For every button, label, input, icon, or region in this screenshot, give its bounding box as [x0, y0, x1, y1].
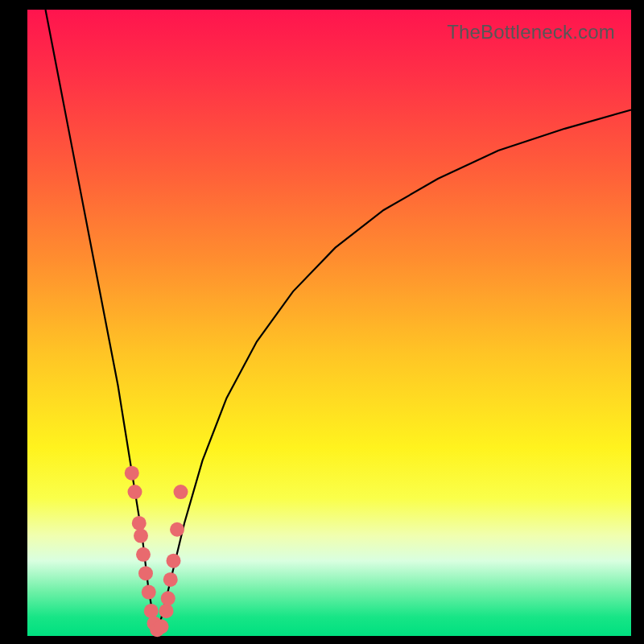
valley-dot: [142, 585, 156, 600]
valley-dot: [167, 554, 181, 568]
plot-area: TheBottleneck.com: [27, 10, 631, 636]
valley-dot: [161, 591, 175, 605]
chart-overlay: [27, 10, 631, 636]
valley-dot: [144, 604, 159, 618]
valley-dot: [138, 566, 153, 580]
valley-dot: [170, 522, 184, 537]
valley-dot: [159, 604, 174, 618]
curve-right-branch: [157, 109, 631, 633]
valley-dot: [136, 547, 151, 562]
valley-dot: [128, 485, 142, 499]
valley-dot: [132, 516, 147, 530]
valley-dot: [125, 466, 139, 481]
valley-dot: [174, 485, 188, 499]
valley-dot: [163, 572, 178, 587]
valley-dot: [134, 529, 148, 543]
valley-dot: [155, 619, 169, 634]
chart-frame: TheBottleneck.com: [0, 0, 644, 644]
